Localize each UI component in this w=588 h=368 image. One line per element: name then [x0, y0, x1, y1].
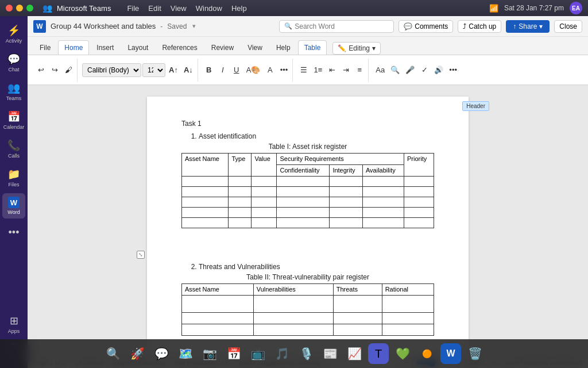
table2-header-row: Asset Name Vulnerabilities Threats Ratio… [182, 284, 434, 296]
search-word-box[interactable]: 🔍 [279, 20, 394, 33]
menu-window[interactable]: Window [196, 4, 222, 13]
tab-insert[interactable]: Insert [90, 40, 120, 55]
more-format-button[interactable]: ••• [277, 63, 290, 77]
files-icon: 📁 [7, 168, 20, 181]
section1-title: Asset identification [199, 132, 434, 140]
dock-powerpoint[interactable]: 🟠 [416, 343, 437, 364]
close-ribbon-button[interactable]: Close [554, 20, 582, 33]
dock-trash[interactable]: 🗑️ [465, 343, 485, 364]
decrease-indent-button[interactable]: ⇤ [326, 63, 338, 77]
tab-view[interactable]: View [241, 40, 269, 55]
col-integrity: Integrity [330, 165, 363, 177]
font-color-button[interactable]: A [264, 63, 276, 77]
dock-stocks[interactable]: 📈 [344, 343, 365, 364]
user-avatar[interactable]: EA [570, 2, 582, 14]
dock-launchpad[interactable]: 🚀 [127, 343, 148, 364]
tab-help[interactable]: Help [270, 40, 297, 55]
more-icon: ••• [9, 227, 20, 239]
sidebar-item-files[interactable]: 📁 Files [2, 164, 25, 191]
menu-help[interactable]: Help [231, 4, 247, 13]
find-button[interactable]: 🔍 [388, 63, 402, 77]
dock-word[interactable]: W [440, 343, 461, 364]
dock-photos[interactable]: 📷 [199, 343, 220, 364]
move-handle[interactable]: ⤡ [137, 251, 145, 259]
sidebar-item-apps[interactable]: ⊞ Apps [2, 311, 25, 338]
more-options-button[interactable]: ••• [447, 63, 459, 77]
document-area[interactable]: Header ⤡ Task 1 Asset identification Tab… [28, 85, 588, 355]
dock-calendar[interactable]: 📅 [223, 343, 244, 364]
col2-vulnerabilities: Vulnerabilities [253, 284, 333, 296]
close-button[interactable] [6, 5, 13, 12]
dropdown-arrow[interactable]: ▾ [192, 22, 196, 30]
decrease-font-button[interactable]: A↓ [181, 63, 195, 77]
undo-button[interactable]: ↩ [34, 63, 47, 77]
dock-whatsapp[interactable]: 💚 [392, 343, 413, 364]
toolbar-undo-group: ↩ ↪ 🖌 [32, 59, 78, 82]
table-row [182, 324, 434, 336]
numbering-button[interactable]: 1≡ [311, 63, 324, 77]
increase-font-button[interactable]: A↑ [167, 63, 180, 77]
sidebar-item-teams[interactable]: 👥 Teams [2, 78, 25, 105]
highlight-button[interactable]: A🎨 [244, 63, 263, 77]
increase-indent-button[interactable]: ⇥ [339, 63, 352, 77]
sidebar-item-more[interactable]: ••• [2, 223, 25, 242]
menu-file[interactable]: File [127, 4, 139, 13]
tab-file[interactable]: File [33, 40, 57, 55]
dock-teams[interactable]: T [368, 343, 389, 364]
col-confidentiality: Confidentiality [277, 165, 330, 177]
search-word-input[interactable] [295, 22, 381, 30]
menu-edit[interactable]: Edit [148, 4, 161, 13]
share-button[interactable]: ↑ Share ▾ [506, 20, 550, 33]
dock-maps[interactable]: 🗺️ [175, 343, 196, 364]
bullet-list-button[interactable]: ☰ [297, 63, 310, 77]
tab-table[interactable]: Table [298, 40, 327, 55]
styles-button[interactable]: Aa [373, 63, 387, 77]
sidebar-item-calls[interactable]: 📞 Calls [2, 136, 25, 162]
font-selector[interactable]: Calibri (Body) [82, 63, 141, 77]
underline-button[interactable]: U [230, 63, 243, 77]
catchup-icon: ⤴ [463, 22, 466, 30]
dock-music[interactable]: 🎵 [272, 343, 292, 364]
italic-button[interactable]: I [216, 63, 229, 77]
format-painter-button[interactable]: 🖌 [62, 63, 75, 77]
table-row [182, 177, 434, 187]
editing-button[interactable]: ✏️ Editing ▾ [332, 42, 381, 55]
sidebar-item-word[interactable]: W Word [2, 193, 25, 218]
col-availability: Availability [362, 165, 404, 177]
sidebar-item-activity[interactable]: ⚡ Activity [2, 21, 25, 47]
comments-button[interactable]: 💬 Comments [399, 20, 453, 33]
voice-button[interactable]: 🔊 [432, 63, 446, 77]
tab-layout[interactable]: Layout [121, 40, 154, 55]
dock-finder[interactable]: 🔍 [103, 343, 123, 364]
sidebar-item-chat[interactable]: 💬 Chat [2, 49, 25, 76]
catch-up-button[interactable]: ⤴ Catch up [458, 20, 501, 33]
align-button[interactable]: ≡ [353, 63, 366, 77]
font-size-selector[interactable]: 12 [142, 63, 165, 77]
comments-icon: 💬 [404, 22, 412, 30]
dock-news[interactable]: 📰 [320, 343, 341, 364]
saved-status: Saved [167, 22, 187, 30]
teams-sidebar: ⚡ Activity 💬 Chat 👥 Teams 📅 Calendar 📞 C… [0, 16, 28, 368]
word-app: W Group 44 Worksheet and tables - Saved … [28, 16, 588, 368]
sidebar-item-calendar[interactable]: 📅 Calendar [2, 107, 25, 133]
table-row [182, 296, 434, 313]
minimize-button[interactable] [16, 5, 23, 12]
editor-button[interactable]: ✓ [418, 63, 431, 77]
bold-button[interactable]: B [203, 63, 215, 77]
dock-podcasts[interactable]: 🎙️ [296, 343, 316, 364]
share-icon: ↑ [513, 22, 516, 30]
pencil-icon: ✏️ [338, 44, 346, 52]
tab-references[interactable]: References [156, 40, 203, 55]
dock-messages[interactable]: 💬 [151, 343, 172, 364]
sidebar-item-label: Teams [6, 95, 22, 101]
dock-appletv[interactable]: 📺 [247, 343, 268, 364]
dictate-button[interactable]: 🎤 [403, 63, 417, 77]
header-label: Header [462, 101, 489, 111]
col-value: Value [252, 154, 277, 177]
menu-view[interactable]: View [171, 4, 187, 13]
redo-button[interactable]: ↪ [48, 63, 61, 77]
toolbar-format-group: B I U A🎨 A ••• [200, 59, 293, 82]
tab-review[interactable]: Review [205, 40, 240, 55]
tab-home[interactable]: Home [58, 40, 89, 55]
maximize-button[interactable] [26, 5, 33, 12]
